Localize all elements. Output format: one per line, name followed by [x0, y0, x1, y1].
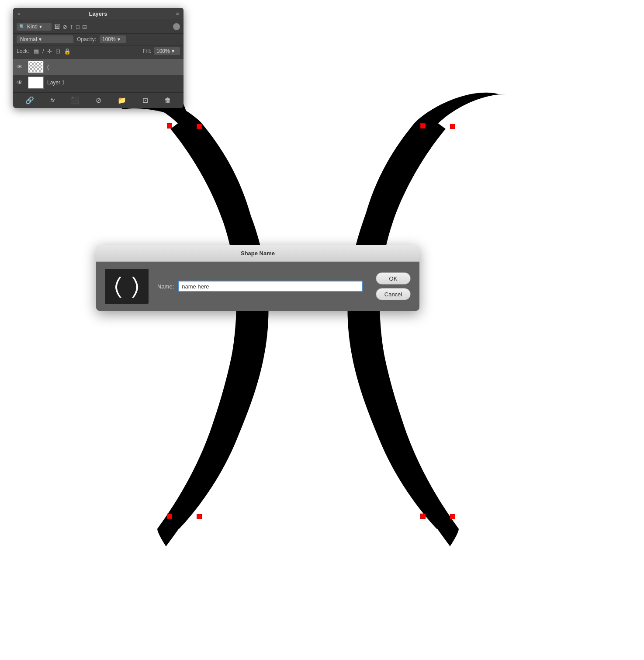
anchor-top-left-1[interactable] [167, 123, 172, 129]
lock-move-icon[interactable]: ✛ [47, 48, 52, 55]
dialog-name-label: Name: [157, 283, 174, 290]
dialog-ok-button[interactable]: OK [376, 272, 411, 285]
layer-name-1: Layer 1 [47, 80, 180, 86]
anchor-bottom-left-2[interactable] [197, 514, 202, 519]
fill-section: Fill: 100% ▾ [143, 47, 180, 55]
blend-mode-dropdown[interactable]: Normal ▾ [17, 35, 73, 43]
dialog-buttons: OK Cancel [376, 272, 411, 300]
toolbar-adjust-icon[interactable]: ⊘ [96, 96, 101, 104]
dialog-titlebar: Shape Name [96, 245, 419, 262]
dialog-preview-svg [109, 273, 144, 299]
dialog-name-input[interactable] [178, 281, 363, 292]
toolbar-fx-icon[interactable]: fx [50, 97, 55, 104]
kind-dropdown[interactable]: 🔍 Kind ▾ [17, 23, 52, 31]
blend-mode-arrow: ▾ [39, 36, 42, 42]
opacity-label: Opacity: [77, 36, 96, 42]
lock-all-icon[interactable]: 🔒 [64, 48, 71, 55]
anchor-bottom-left-1[interactable] [167, 514, 172, 519]
lock-row: Lock: ▦ / ✛ ⊡ 🔒 Fill: 100% ▾ [13, 45, 184, 57]
fill-value-text: 100% [156, 48, 170, 54]
anchor-bottom-right-2[interactable] [450, 514, 455, 519]
layer-eye-1[interactable]: 👁 [17, 79, 24, 86]
layer-name-selected: ( [47, 64, 180, 70]
layers-panel-titlebar: × Layers ≡ [13, 8, 184, 20]
layer-item-selected[interactable]: 👁 ( [13, 59, 184, 75]
panel-menu-icon[interactable]: ≡ [176, 10, 179, 17]
lock-checkerboard-icon[interactable]: ▦ [34, 48, 39, 55]
blend-mode-value: Normal [20, 36, 37, 42]
dialog-body: Name: OK Cancel [96, 262, 419, 311]
blend-mode-row: Normal ▾ Opacity: 100% ▾ [13, 34, 184, 45]
dialog-preview-thumbnail [105, 269, 149, 304]
lock-brush-icon[interactable]: / [42, 48, 44, 55]
layers-list: 👁 ( 👁 Layer 1 [13, 57, 184, 92]
dialog-title: Shape Name [241, 250, 275, 257]
kind-label: Kind [27, 24, 38, 30]
filter-icon-type[interactable]: T [70, 24, 73, 30]
toolbar-group-icon[interactable]: 📁 [118, 96, 126, 104]
filter-icon-smart[interactable]: ⊡ [82, 24, 87, 30]
toolbar-link-icon[interactable]: 🔗 [25, 96, 34, 104]
layers-filter-row: 🔍 Kind ▾ 🖼 ⊘ T □ ⊡ [13, 20, 184, 34]
filter-toggle-circle[interactable] [173, 23, 180, 30]
filter-icon-shape[interactable]: □ [76, 24, 80, 30]
layers-toolbar: 🔗 fx ⬛ ⊘ 📁 ⊡ 🗑 [13, 92, 184, 108]
lock-label: Lock: [17, 48, 29, 54]
fill-arrow: ▾ [172, 48, 174, 54]
anchor-top-right-1[interactable] [420, 123, 426, 129]
opacity-dropdown[interactable]: 100% ▾ [100, 35, 126, 43]
layer-eye-selected[interactable]: 👁 [17, 63, 24, 70]
layer-thumb-border [28, 61, 43, 73]
anchor-top-left-2[interactable] [197, 124, 202, 129]
filter-icon-adjust[interactable]: ⊘ [62, 24, 67, 30]
layer-item-1[interactable]: 👁 Layer 1 [13, 75, 184, 90]
anchor-bottom-right-1[interactable] [420, 514, 426, 519]
filter-icons: 🖼 ⊘ T □ ⊡ [54, 24, 87, 30]
lock-artboard-icon[interactable]: ⊡ [55, 48, 60, 55]
opacity-value-text: 100% [102, 36, 116, 42]
layer-white-bg [28, 77, 43, 88]
opacity-arrow: ▾ [118, 36, 120, 42]
kind-dropdown-arrow: ▾ [39, 24, 42, 30]
toolbar-mask-icon[interactable]: ⬛ [71, 96, 80, 104]
fill-dropdown[interactable]: 100% ▾ [154, 47, 180, 55]
anchor-top-right-2[interactable] [450, 124, 455, 129]
dialog-form: Name: [157, 281, 363, 292]
layers-panel-title: Layers [89, 10, 107, 17]
layers-panel: × Layers ≡ 🔍 Kind ▾ 🖼 ⊘ T □ ⊡ Normal ▾ O… [13, 8, 184, 108]
panel-close-icon[interactable]: × [17, 11, 20, 17]
layer-thumb-1 [28, 76, 44, 89]
dialog-cancel-button[interactable]: Cancel [376, 288, 411, 300]
fill-label: Fill: [143, 48, 151, 54]
lock-icons: ▦ / ✛ ⊡ 🔒 [34, 48, 71, 55]
toolbar-delete-icon[interactable]: 🗑 [164, 97, 171, 104]
toolbar-artboard-icon[interactable]: ⊡ [142, 96, 148, 104]
shape-name-dialog: Shape Name Name: OK Cancel [96, 245, 419, 311]
filter-icon-image[interactable]: 🖼 [54, 24, 60, 30]
layer-thumb-selected [28, 61, 44, 73]
